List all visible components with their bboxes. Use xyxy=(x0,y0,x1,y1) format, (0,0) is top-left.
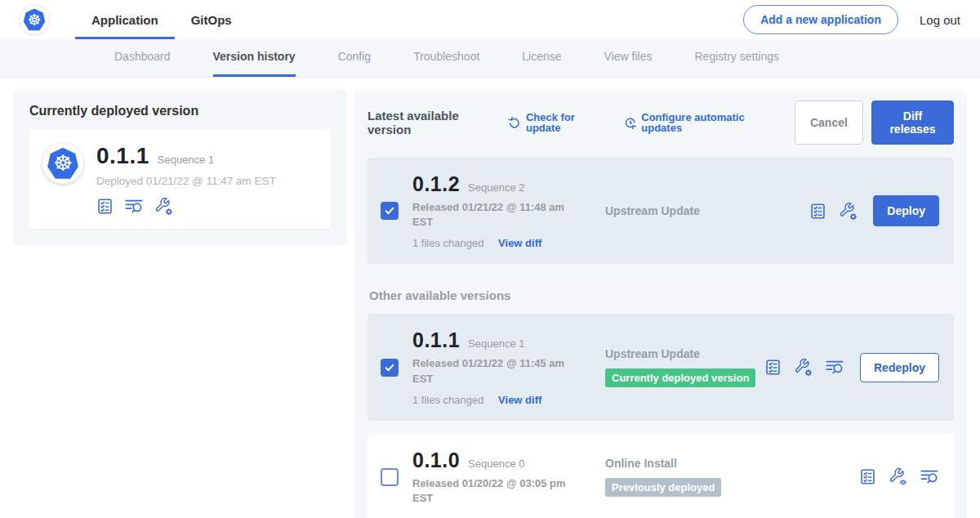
latest-version-header: Latest available version Check for updat… xyxy=(368,100,954,145)
checkmark-icon xyxy=(384,205,395,217)
currently-deployed-badge: Currently deployed version xyxy=(605,368,755,387)
version-source-label: Upstream Update xyxy=(605,347,764,360)
subnav-license[interactable]: License xyxy=(522,39,561,77)
files-changed-label: 1 files changed xyxy=(412,394,483,406)
config-view-icon[interactable] xyxy=(889,467,907,486)
subnav-version-history[interactable]: Version history xyxy=(213,39,296,77)
config-edit-icon[interactable] xyxy=(839,202,858,221)
app-logo: ☸ xyxy=(20,5,49,34)
config-edit-icon[interactable] xyxy=(154,197,173,216)
released-timestamp: Released 01/20/22 @ 03:05 pm EST xyxy=(412,476,580,506)
app-sub-nav: Dashboard Version history Config Trouble… xyxy=(0,39,980,78)
version-history-panel: Latest available version Check for updat… xyxy=(354,89,967,518)
subnav-registry-settings[interactable]: Registry settings xyxy=(694,39,778,77)
preflight-checks-icon[interactable] xyxy=(920,468,939,485)
deployed-sequence-label: Sequence 1 xyxy=(158,154,214,166)
released-timestamp: Released 01/21/22 @ 11:45 am EST xyxy=(412,356,580,386)
configure-automatic-updates-link[interactable]: Configure automatic updates xyxy=(624,112,777,133)
kubernetes-icon: ☸ xyxy=(47,147,79,180)
subnav-troubleshoot[interactable]: Troubleshoot xyxy=(413,39,479,77)
sequence-label: Sequence 2 xyxy=(468,181,524,194)
sequence-label: Sequence 0 xyxy=(468,458,524,470)
files-changed-label: 1 files changed xyxy=(412,237,483,249)
auto-update-icon xyxy=(624,116,637,130)
view-diff-link[interactable]: View diff xyxy=(498,237,541,249)
release-notes-icon[interactable] xyxy=(96,198,114,215)
view-diff-link[interactable]: View diff xyxy=(498,394,541,406)
top-bar: ☸ Application GitOps Add a new applicati… xyxy=(0,0,980,39)
previously-deployed-badge: Previously deployed xyxy=(605,478,721,497)
checkmark-icon xyxy=(384,362,395,373)
version-number: 0.1.2 xyxy=(412,172,460,196)
cancel-button[interactable]: Cancel xyxy=(795,100,863,145)
release-notes-icon[interactable] xyxy=(809,203,826,220)
subnav-config[interactable]: Config xyxy=(338,39,371,77)
add-application-button[interactable]: Add a new application xyxy=(743,5,898,34)
deployed-version-card: ☸ 0.1.1 Sequence 1 Deployed 01/21/22 @ 1… xyxy=(29,130,331,229)
subnav-view-files[interactable]: View files xyxy=(604,39,653,77)
sequence-label: Sequence 1 xyxy=(468,337,524,350)
version-checkbox[interactable] xyxy=(381,202,399,220)
tab-gitops[interactable]: GitOps xyxy=(175,0,248,39)
subnav-dashboard[interactable]: Dashboard xyxy=(114,39,171,77)
other-versions-title: Other available versions xyxy=(369,288,954,302)
latest-version-title: Latest available version xyxy=(368,109,495,136)
currently-deployed-card: Currently deployed version ☸ 0.1.1 Seque… xyxy=(13,89,347,245)
check-for-update-link[interactable]: Check for update xyxy=(508,112,605,133)
deployed-version-number: 0.1.1 xyxy=(96,143,149,169)
redeploy-button[interactable]: Redeploy xyxy=(860,353,939,382)
config-edit-icon[interactable] xyxy=(794,358,813,377)
tab-application[interactable]: Application xyxy=(75,0,175,39)
top-nav: Application GitOps xyxy=(75,0,248,39)
release-notes-icon[interactable] xyxy=(859,468,876,485)
deployed-card-title: Currently deployed version xyxy=(29,104,331,118)
version-number: 0.1.0 xyxy=(412,449,460,472)
version-checkbox[interactable] xyxy=(381,468,399,486)
preflight-checks-icon[interactable] xyxy=(825,359,844,376)
kubernetes-icon: ☸ xyxy=(23,8,46,31)
logout-button[interactable]: Log out xyxy=(920,13,960,27)
version-source-label: Online Install xyxy=(605,457,859,470)
preflight-checks-icon[interactable] xyxy=(124,198,144,215)
version-row-0-1-1: 0.1.1 Sequence 1 Released 01/21/22 @ 11:… xyxy=(368,314,954,420)
version-checkbox[interactable] xyxy=(381,359,399,377)
main-content: Currently deployed version ☸ 0.1.1 Seque… xyxy=(0,78,980,518)
refresh-icon xyxy=(508,116,521,130)
deployed-timestamp: Deployed 01/21/22 @ 11:47 am EST xyxy=(96,175,276,187)
deploy-button[interactable]: Deploy xyxy=(873,195,939,226)
version-row-0-1-0: 0.1.0 Sequence 0 Released 01/20/22 @ 03:… xyxy=(368,434,954,518)
version-number: 0.1.1 xyxy=(412,328,460,352)
app-logo: ☸ xyxy=(42,143,83,184)
version-row-0-1-2: 0.1.2 Sequence 2 Released 01/21/22 @ 11:… xyxy=(368,158,954,264)
release-notes-icon[interactable] xyxy=(764,359,782,376)
released-timestamp: Released 01/21/22 @ 11:48 am EST xyxy=(412,200,580,230)
version-source-label: Upstream Update xyxy=(605,204,809,217)
diff-releases-button[interactable]: Diff releases xyxy=(871,100,954,145)
